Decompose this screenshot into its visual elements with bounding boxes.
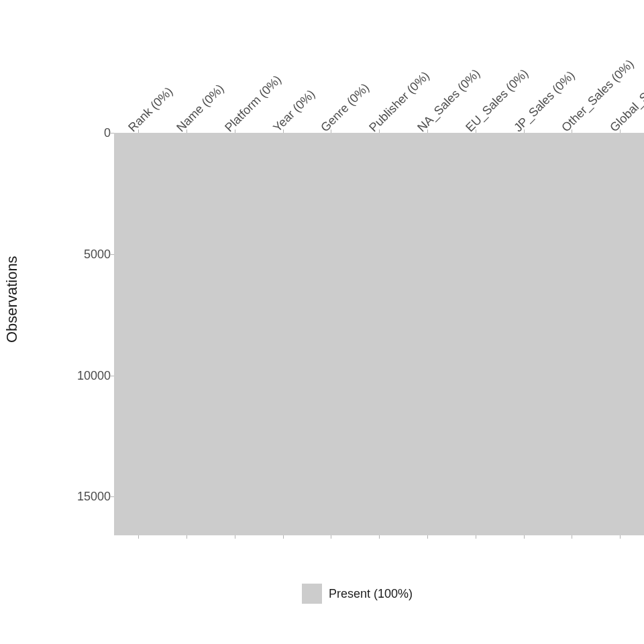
- x-label-name: Name (0%): [174, 82, 227, 135]
- x-label-rank: Rank (0%): [125, 85, 176, 135]
- legend: Present (100%): [302, 584, 413, 604]
- y-tick-line: [111, 254, 114, 255]
- y-tick-0: 0: [44, 126, 111, 140]
- x-tick-line: [331, 535, 331, 539]
- y-tick-10000: 10000: [44, 369, 111, 383]
- x-label-globals: Global_S: [607, 90, 644, 135]
- legend-swatch: [302, 584, 322, 604]
- y-tick-line: [111, 133, 114, 133]
- chart-container: Observations 0 5000 10000 15000 Rank (0%…: [0, 0, 644, 644]
- x-tick-line: [283, 535, 284, 539]
- x-tick-line: [620, 535, 621, 539]
- x-tick-line: [138, 535, 139, 539]
- x-tick-line: [235, 535, 235, 539]
- y-tick-line: [111, 376, 114, 376]
- x-tick-line: [186, 535, 187, 539]
- x-tick-line: [524, 535, 525, 539]
- x-label-year: Year (0%): [270, 87, 318, 135]
- plot-area: [114, 133, 644, 535]
- x-tick-line: [572, 535, 572, 539]
- x-tick-line: [476, 535, 476, 539]
- y-tick-line: [111, 496, 114, 497]
- legend-label: Present (100%): [329, 587, 413, 601]
- y-axis-label: Observations: [3, 256, 21, 343]
- x-tick-line: [379, 535, 380, 539]
- x-label-genre: Genre (0%): [318, 80, 372, 135]
- x-tick-line: [427, 535, 428, 539]
- y-tick-5000: 5000: [44, 248, 111, 262]
- y-tick-15000: 15000: [44, 490, 111, 504]
